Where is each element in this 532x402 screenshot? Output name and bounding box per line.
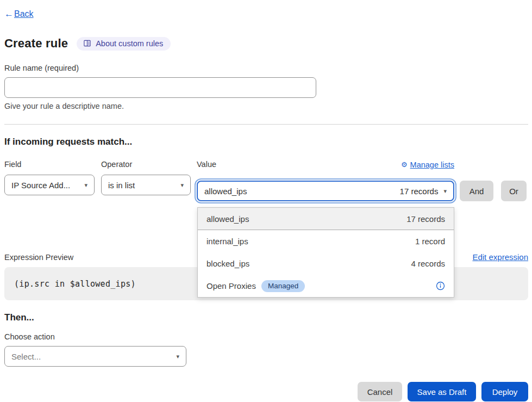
page-title: Create rule [4, 36, 68, 51]
value-select[interactable]: allowed_ips 17 records ▾ [197, 181, 454, 201]
expression-preview-label: Expression Preview [4, 253, 73, 262]
list-option-records: 4 records [411, 259, 445, 268]
edit-expression-link[interactable]: Edit expression [472, 252, 528, 262]
list-option-name: blocked_ips [206, 259, 249, 268]
list-dropdown-menu: allowed_ips 17 records internal_ips 1 re… [197, 207, 454, 298]
manage-lists-label: Manage lists [410, 160, 454, 169]
back-arrow-icon: ← [4, 9, 14, 20]
match-controls-row: Field IP Source Add... ▾ Operator is in … [4, 160, 528, 201]
then-section-heading: Then... [4, 312, 528, 323]
and-button[interactable]: And [460, 181, 493, 201]
field-column: Field IP Source Add... ▾ [4, 160, 95, 201]
value-label: Value [197, 160, 216, 169]
operator-column: Operator is in list ▾ [101, 160, 191, 201]
rule-name-label: Rule name (required) [4, 64, 528, 72]
rule-name-helper: Give your rule a descriptive name. [4, 102, 528, 110]
value-select-selected: allowed_ips [204, 187, 247, 196]
footer-actions: Cancel Save as Draft Deploy [4, 382, 528, 401]
value-select-records-count: 17 records [400, 187, 439, 196]
list-option-open-proxies[interactable]: Open Proxies Managed [198, 275, 454, 297]
back-link[interactable]: ← Back [4, 9, 34, 20]
edit-expression-label: Edit expression [472, 252, 528, 262]
manage-lists-link[interactable]: ⚙ Manage lists [401, 160, 454, 169]
rule-name-block: Rule name (required) Give your rule a de… [4, 64, 528, 110]
operator-select-value: is in list [108, 181, 135, 190]
list-option-name: internal_ips [206, 237, 248, 246]
title-row: Create rule About custom rules [4, 36, 528, 51]
operator-select[interactable]: is in list ▾ [101, 175, 191, 195]
expression-code: (ip.src in $allowed_ips) [14, 279, 136, 289]
list-option-blocked-ips[interactable]: blocked_ips 4 records [198, 252, 454, 275]
back-label: Back [14, 9, 34, 19]
gear-icon: ⚙ [401, 161, 408, 168]
info-icon[interactable] [436, 281, 445, 290]
action-select-placeholder: Select... [11, 352, 41, 361]
rule-name-input[interactable] [4, 77, 316, 98]
list-option-records: 1 record [415, 237, 445, 246]
create-rule-page: ← Back Create rule About custom rules Ru… [0, 0, 532, 401]
book-icon [83, 39, 91, 47]
deploy-button[interactable]: Deploy [481, 382, 528, 401]
chevron-down-icon: ▾ [438, 188, 447, 195]
list-option-records: 17 records [406, 214, 445, 224]
operator-label: Operator [101, 160, 191, 169]
section-divider [4, 124, 528, 125]
field-select[interactable]: IP Source Add... ▾ [4, 175, 95, 195]
choose-action-label: Choose action [4, 332, 528, 341]
chevron-down-icon: ▾ [175, 182, 184, 189]
field-select-value: IP Source Add... [11, 181, 70, 190]
list-option-allowed-ips[interactable]: allowed_ips 17 records [198, 208, 454, 230]
chevron-down-icon: ▾ [79, 182, 87, 189]
about-custom-rules-label: About custom rules [96, 39, 163, 48]
list-option-name: allowed_ips [206, 214, 249, 224]
value-header: Value ⚙ Manage lists [197, 160, 454, 175]
managed-badge: Managed [261, 280, 305, 292]
list-option-name: Open Proxies [206, 281, 256, 290]
or-button[interactable]: Or [501, 181, 527, 201]
list-option-internal-ips[interactable]: internal_ips 1 record [198, 230, 454, 252]
and-or-buttons: And Or [460, 181, 527, 201]
action-select[interactable]: Select... ▾ [4, 346, 186, 367]
cancel-button[interactable]: Cancel [358, 382, 402, 401]
value-column: Value ⚙ Manage lists allowed_ips 17 reco… [197, 160, 454, 201]
chevron-down-icon: ▾ [171, 353, 179, 360]
about-custom-rules-link[interactable]: About custom rules [77, 37, 171, 51]
field-label: Field [4, 160, 95, 169]
save-as-draft-button[interactable]: Save as Draft [408, 382, 476, 401]
match-section-heading: If incoming requests match... [4, 137, 528, 147]
